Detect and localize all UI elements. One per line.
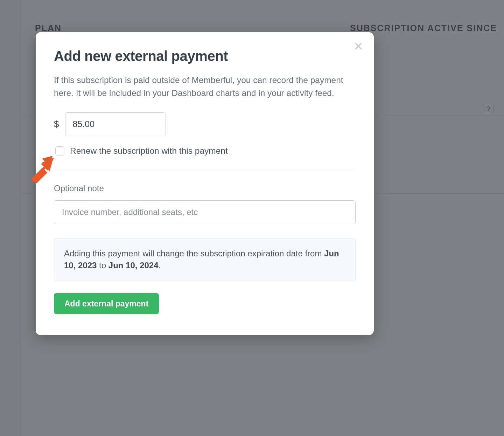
close-icon bbox=[354, 42, 363, 51]
expiration-info-box: Adding this payment will change the subs… bbox=[54, 238, 356, 282]
note-input[interactable] bbox=[54, 200, 356, 224]
close-button[interactable] bbox=[352, 40, 365, 53]
add-external-payment-button[interactable]: Add external payment bbox=[54, 293, 159, 314]
modal-description: If this subscription is paid outside of … bbox=[54, 74, 348, 100]
renew-checkbox-label: Renew the subscription with this payment bbox=[70, 146, 228, 156]
info-text-prefix: Adding this payment will change the subs… bbox=[64, 249, 324, 258]
info-to-date: Jun 10, 2024 bbox=[108, 261, 159, 270]
currency-symbol: $ bbox=[54, 119, 59, 130]
amount-row: $ bbox=[54, 112, 356, 136]
modal-title: Add new external payment bbox=[54, 48, 356, 64]
add-external-payment-modal: Add new external payment If this subscri… bbox=[36, 32, 374, 335]
info-text-suffix: . bbox=[159, 261, 161, 270]
info-text-middle: to bbox=[97, 261, 108, 270]
note-label: Optional note bbox=[54, 184, 356, 193]
section-divider bbox=[54, 170, 356, 170]
amount-input[interactable] bbox=[65, 112, 166, 136]
renew-checkbox[interactable] bbox=[55, 146, 64, 155]
renew-checkbox-row[interactable]: Renew the subscription with this payment bbox=[54, 146, 356, 156]
